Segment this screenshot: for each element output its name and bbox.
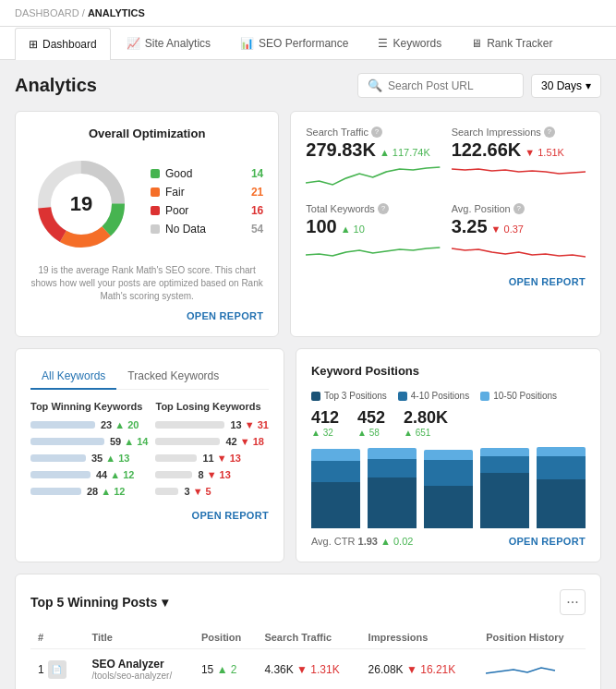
impressions-value: 26.08K [368,663,404,676]
keywords-sparkline [306,241,440,269]
kw-tabs: All Keywords Tracked Keywords [30,364,269,390]
grid-icon: ⊞ [29,38,38,51]
position-value: 15 [201,663,213,676]
losing-col: Top Losing Keywords 13 ▼ 31 42 ▼ 18 11 ▼… [155,401,268,502]
header-controls: 🔍 30 Days ▾ [357,73,601,98]
opt-open-report[interactable]: OPEN REPORT [30,310,263,321]
bar-group [537,445,586,528]
col-position: Position [194,626,257,649]
keywords-card: All Keywords Tracked Keywords Top Winnin… [15,348,284,562]
pos-footer: Avg. CTR 1.93 ▲ 0.02 OPEN REPORT [311,536,586,547]
traffic-value: 4.36K [264,663,293,676]
rank-icon: 📄 [48,660,66,679]
tabs-bar: ⊞ Dashboard 📈 Site Analytics 📊 SEO Perfo… [0,27,616,60]
list-item: 11 ▼ 13 [155,453,268,464]
bar-group [480,445,529,528]
positions-bar-chart [311,445,586,528]
main-content: Overall Optimization [0,111,616,689]
metric-search-traffic: Search Traffic ? 279.83K ▲ 117.74K [306,127,440,192]
col-num: # [30,626,84,649]
position-sparkline [452,241,586,269]
bar-group [424,445,473,528]
rank-number: 1 [38,663,44,676]
winning-col: Top Winning Keywords 23 ▲ 20 59 ▲ 14 35 … [30,401,148,502]
date-range-dropdown[interactable]: 30 Days ▾ [531,74,601,98]
page-header: Analytics 🔍 30 Days ▾ [0,60,616,111]
chevron-down-icon: ▾ [586,79,591,92]
tab-seo-performance[interactable]: 📊 SEO Performance [226,27,362,59]
table-title: Top 5 Winning Posts ▾ [30,595,168,610]
page-title: Analytics [15,75,97,96]
col-impressions: Impressions [361,626,479,649]
winning-posts-table: # Title Position Search Traffic Impressi… [30,626,586,689]
list-item: 28 ▲ 12 [30,486,148,497]
traffic-sparkline [306,164,440,192]
search-input[interactable] [388,79,513,92]
positions-title: Keyword Positions [311,364,586,378]
info-icon: ? [513,203,525,214]
chart-line-icon: 📈 [127,37,140,50]
traffic-card: Search Traffic ? 279.83K ▲ 117.74K [290,111,601,337]
list-item: 44 ▲ 12 [30,469,148,480]
list-item: 59 ▲ 14 [30,436,148,447]
info-icon: ? [378,203,389,214]
opt-note: 19 is the average Rank Math's SEO score.… [30,264,263,303]
row-1: Overall Optimization [15,111,601,337]
chart-bar-icon: 📊 [240,37,254,50]
list-item: 42 ▼ 18 [155,436,268,447]
impressions-sparkline [452,164,586,192]
search-icon: 🔍 [368,79,382,92]
metric-total-keywords: Total Keywords ? 100 ▲ 10 [306,203,440,269]
optimization-title: Overall Optimization [30,127,263,140]
list-item: 3 ▼ 5 [155,486,268,497]
bar-group [368,445,417,528]
legend-poor: Poor 16 [151,204,263,217]
kw-open-report[interactable]: OPEN REPORT [30,510,269,521]
optimization-card: Overall Optimization [15,111,279,337]
list-item: 23 ▲ 20 [30,419,148,430]
post-url: /tools/seo-analyzer/ [91,671,186,681]
opt-body: 19 Good 14 Fair 21 Poor 16 [30,153,263,255]
list-icon: ☰ [378,37,388,50]
tab-site-analytics[interactable]: 📈 Site Analytics [113,27,224,59]
breadcrumb-current: ANALYTICS [88,7,145,18]
winning-title: Top Winning Keywords [30,401,148,412]
donut-score: 19 [70,192,92,216]
table-header: Top 5 Winning Posts ▾ ··· [30,589,586,615]
pos-metrics-row: 412 ▲ 32 452 ▲ 58 2.80K ▲ 651 [311,408,586,438]
pos-metric-280k: 2.80K ▲ 651 [404,408,448,438]
positions-card: Keyword Positions Top 3 Positions 4-10 P… [296,348,601,562]
post-title: SEO Analyzer [91,658,186,671]
legend-good: Good 14 [151,167,263,180]
metrics-grid: Search Traffic ? 279.83K ▲ 117.74K [306,127,586,269]
col-title: Title [84,626,193,649]
position-history-sparkline [486,657,578,682]
info-icon: ? [544,127,555,138]
kw-tab-all[interactable]: All Keywords [30,364,116,390]
donut-chart: 19 [30,153,132,255]
pos-open-report[interactable]: OPEN REPORT [509,536,586,547]
legend-nodata: No Data 54 [151,223,263,236]
monitor-icon: 🖥 [471,37,482,50]
opt-legend: Good 14 Fair 21 Poor 16 No Data 54 [151,167,263,241]
table-menu-button[interactable]: ··· [560,589,586,615]
breadcrumb-parent[interactable]: DASHBOARD [15,7,79,18]
metric-avg-position: Avg. Position ? 3.25 ▼ 0.37 [452,203,586,269]
pos-metric-452: 452 ▲ 58 [357,408,385,438]
col-traffic: Search Traffic [257,626,360,649]
search-box[interactable]: 🔍 [357,73,524,98]
tab-dashboard[interactable]: ⊞ Dashboard [15,28,111,60]
row-3: Top 5 Winning Posts ▾ ··· # Title Positi… [15,574,601,689]
kw-tab-tracked[interactable]: Tracked Keywords [116,364,230,390]
kw-cols: Top Winning Keywords 23 ▲ 20 59 ▲ 14 35 … [30,401,269,502]
metric-search-impressions: Search Impressions ? 122.66K ▼ 1.51K [452,127,586,192]
tab-keywords[interactable]: ☰ Keywords [364,27,455,59]
pos-metric-412: 412 ▲ 32 [311,408,339,438]
chevron-down-icon[interactable]: ▾ [162,595,168,610]
col-history: Position History [478,626,586,649]
table-row: 1 📄 SEO Analyzer /tools/seo-analyzer/ 15… [30,649,586,690]
list-item: 8 ▼ 13 [155,469,268,480]
tab-rank-tracker[interactable]: 🖥 Rank Tracker [457,27,566,59]
row-2: All Keywords Tracked Keywords Top Winnin… [15,348,601,562]
traffic-open-report[interactable]: OPEN REPORT [306,276,586,287]
